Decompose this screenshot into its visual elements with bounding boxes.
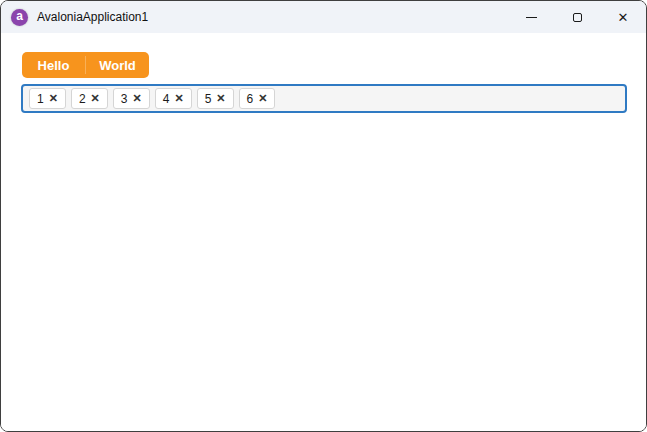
hello-button[interactable]: Hello: [22, 52, 85, 78]
tag-chip-remove-button[interactable]: ✕: [91, 93, 100, 104]
tag-chip-label: 5: [205, 93, 212, 105]
tag-chip-label: 6: [247, 93, 254, 105]
window-content: Hello World 1 ✕ 2 ✕ 3 ✕: [1, 33, 646, 432]
close-icon: ✕: [49, 93, 58, 104]
close-icon: ✕: [133, 93, 142, 104]
tag-chip-label: 3: [121, 93, 128, 105]
avalonia-logo-letter: a: [16, 10, 23, 22]
window-title: AvaloniaApplication1: [37, 10, 148, 24]
close-icon: ✕: [258, 93, 267, 104]
tag-chip-remove-button[interactable]: ✕: [258, 93, 267, 104]
world-button[interactable]: World: [86, 52, 149, 78]
tag-chip-remove-button[interactable]: ✕: [133, 93, 142, 104]
minimize-icon: [526, 17, 537, 18]
tag-chip-remove-button[interactable]: ✕: [216, 93, 225, 104]
close-icon: ✕: [91, 93, 100, 104]
maximize-button[interactable]: [554, 1, 600, 33]
close-icon: ✕: [618, 11, 629, 24]
maximize-icon: [573, 13, 582, 22]
hello-world-split-button: Hello World: [22, 52, 149, 78]
tag-input-box[interactable]: 1 ✕ 2 ✕ 3 ✕ 4 ✕: [21, 84, 627, 113]
tag-chip: 6 ✕: [239, 88, 276, 109]
tag-chip: 1 ✕: [29, 88, 66, 109]
tag-chip: 2 ✕: [71, 88, 108, 109]
close-icon: ✕: [216, 93, 225, 104]
tag-chip: 5 ✕: [197, 88, 234, 109]
tag-chip: 3 ✕: [113, 88, 150, 109]
tag-chip-label: 4: [163, 93, 170, 105]
tag-chip-remove-button[interactable]: ✕: [174, 93, 183, 104]
close-button[interactable]: ✕: [600, 1, 646, 33]
tag-chip-label: 2: [79, 93, 86, 105]
tag-chip: 4 ✕: [155, 88, 192, 109]
avalonia-logo-icon: a: [11, 9, 28, 26]
minimize-button[interactable]: [508, 1, 554, 33]
app-window: a AvaloniaApplication1 ✕ Hello World 1: [0, 0, 647, 432]
close-icon: ✕: [174, 93, 183, 104]
titlebar[interactable]: a AvaloniaApplication1 ✕: [1, 1, 646, 33]
tag-chip-label: 1: [37, 93, 44, 105]
tag-chip-remove-button[interactable]: ✕: [49, 93, 58, 104]
window-controls: ✕: [508, 1, 646, 33]
